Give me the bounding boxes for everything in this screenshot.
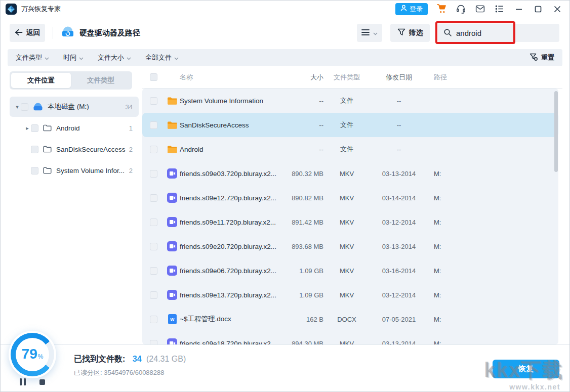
view-menu-button[interactable]: [357, 24, 382, 42]
tree-item-count: 1: [129, 124, 133, 132]
table-row[interactable]: friends.s09e06.720p.bluray.x2...1.09 GBM…: [142, 258, 558, 283]
cell-name: friends.s09e12.720p.bluray.x2...: [180, 194, 279, 202]
cell-path: M:: [428, 170, 558, 178]
tree-item-count: 2: [129, 167, 133, 175]
table-row[interactable]: friends.s09e20.720p.bluray.x2...893.68 M…: [142, 234, 558, 258]
tree-item-label: System Volume Infor...: [56, 167, 126, 175]
filter-dropdown-0[interactable]: 文件类型: [16, 53, 49, 62]
content-area: 文件位置文件类型 ▾本地磁盘 (M:)34▸Android1SanDiskSec…: [8, 66, 562, 344]
table-row[interactable]: w~$工程管理.docx162 BDOCX07-05-2021M:: [142, 307, 558, 331]
list-icon[interactable]: [494, 4, 505, 14]
tree-item[interactable]: ▸Android1: [10, 118, 139, 138]
tree-item[interactable]: ▾本地磁盘 (M:)34: [10, 97, 139, 117]
row-checkbox[interactable]: [150, 340, 157, 345]
close-icon[interactable]: [552, 4, 562, 14]
cell-date: 07-05-2021: [370, 316, 428, 323]
divider: [53, 27, 53, 39]
caret-right-icon[interactable]: ▸: [24, 125, 31, 132]
row-checkbox[interactable]: [150, 194, 157, 202]
cell-type: MKV: [323, 291, 370, 299]
table-row[interactable]: friends.s09e11.720p.bluray.x2...891.42 M…: [142, 210, 558, 234]
filter-dropdown-label: 时间: [63, 53, 76, 62]
tab-file-location[interactable]: 文件位置: [11, 73, 71, 88]
sidebar: 文件位置文件类型 ▾本地磁盘 (M:)34▸Android1SanDiskSec…: [8, 66, 142, 344]
app-window: 万兴恢复专家 登录 返回 硬盘驱动器及路径: [0, 0, 570, 392]
table-row[interactable]: Android--文件--: [142, 137, 558, 161]
word-icon: w: [165, 314, 180, 324]
row-checkbox[interactable]: [150, 121, 157, 129]
tree-checkbox[interactable]: [21, 103, 28, 111]
row-checkbox[interactable]: [150, 146, 157, 153]
back-button[interactable]: 返回: [10, 24, 45, 42]
filter-dropdown-3[interactable]: 全部文件: [145, 53, 179, 62]
maximize-icon[interactable]: [533, 4, 543, 14]
tree-item[interactable]: SanDiskSecureAccess2: [10, 139, 139, 159]
reset-button[interactable]: 重置: [530, 53, 554, 63]
tree-checkbox[interactable]: [31, 146, 38, 153]
pause-button[interactable]: [20, 378, 27, 385]
cell-name: friends.s09e13.720p.bluray.x2...: [180, 291, 279, 299]
chevron-down-icon: [174, 54, 179, 62]
cell-size: --: [279, 146, 323, 153]
folder-outline-icon: [43, 167, 52, 174]
page-title: 硬盘驱动器及路径: [79, 28, 140, 38]
search-input[interactable]: [438, 24, 559, 42]
cell-path: M:: [428, 316, 558, 323]
headset-icon[interactable]: [456, 4, 466, 14]
cell-name: friends.s09e11.720p.bluray.x2...: [180, 219, 279, 226]
row-checkbox[interactable]: [150, 170, 157, 178]
cell-size: 1.09 GB: [279, 267, 323, 275]
drive-icon: [33, 103, 43, 111]
tree-item[interactable]: System Volume Infor...2: [10, 160, 139, 181]
folder-outline-icon: [43, 124, 52, 132]
select-all-checkbox[interactable]: [150, 73, 157, 81]
back-arrow-icon: [15, 29, 23, 37]
table-row[interactable]: System Volume Information--文件--: [142, 89, 558, 113]
table-row[interactable]: friends.s09e03.720p.bluray.x2...890.32 M…: [142, 161, 558, 186]
table-row[interactable]: friends.s09e13.720p.bluray.x2...1.09 GBM…: [142, 283, 558, 307]
mail-icon[interactable]: [475, 4, 485, 14]
cell-name: Android: [180, 146, 279, 153]
caret-down-icon[interactable]: ▾: [14, 104, 21, 110]
cell-type: MKV: [323, 219, 370, 226]
row-checkbox[interactable]: [150, 219, 157, 226]
folder-icon: [165, 121, 180, 129]
table-row[interactable]: SanDiskSecureAccess--文件--: [142, 113, 558, 137]
tab-file-type[interactable]: 文件类型: [71, 73, 131, 88]
found-files-label: 已找到文件数:: [74, 355, 125, 363]
stop-button[interactable]: [39, 379, 45, 385]
video-icon: [165, 193, 180, 203]
cell-date: 03-13-2014: [370, 340, 428, 345]
row-checkbox[interactable]: [150, 97, 157, 105]
partition-progress-text: 已读分区: 35454976/60088288: [74, 368, 165, 377]
column-header-path: 路径: [428, 73, 562, 82]
minimize-icon[interactable]: [513, 4, 524, 14]
login-button[interactable]: 登录: [395, 3, 428, 15]
cart-icon[interactable]: [436, 4, 447, 14]
progress-percent: 79: [22, 347, 37, 361]
tree-checkbox[interactable]: [31, 167, 38, 175]
cell-type: MKV: [323, 170, 370, 178]
filter-button[interactable]: 筛选: [390, 24, 430, 42]
row-checkbox[interactable]: [150, 267, 157, 275]
recover-button[interactable]: 恢复: [493, 360, 559, 378]
cell-date: --: [370, 97, 428, 105]
cell-type: 文件: [323, 120, 370, 129]
row-checkbox[interactable]: [150, 243, 157, 250]
row-checkbox[interactable]: [150, 316, 157, 323]
cell-type: MKV: [323, 267, 370, 275]
tree-checkbox[interactable]: [31, 124, 38, 132]
vertical-scrollbar[interactable]: [554, 91, 558, 172]
table-row[interactable]: friends.s09e12.720p.bluray.x2...890.82 M…: [142, 186, 558, 210]
filter-dropdown-2[interactable]: 文件大小: [98, 53, 131, 62]
cell-size: 890.82 MB: [279, 194, 323, 202]
filter-dropdown-label: 文件大小: [98, 53, 124, 62]
table-row[interactable]: friends.s09e18.720p.bluray.x2...894.30 M…: [142, 331, 558, 344]
row-checkbox[interactable]: [150, 291, 157, 299]
cell-path: M:: [428, 340, 558, 345]
filter-dropdown-1[interactable]: 时间: [63, 53, 84, 62]
found-files-size: (24.31 GB): [146, 355, 186, 363]
column-header-size: 大小: [279, 73, 323, 82]
watermark-url: www.kkx.net: [509, 383, 560, 391]
tree-item-label: 本地磁盘 (M:): [48, 102, 123, 111]
